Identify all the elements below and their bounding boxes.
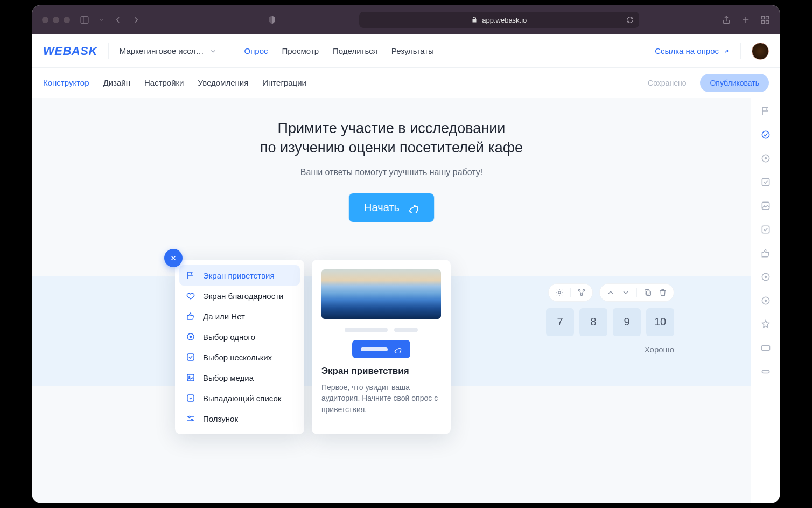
move-up-icon[interactable] [606,288,615,297]
chevron-down-icon[interactable] [98,17,104,23]
logic-icon[interactable] [577,288,586,297]
card-icon[interactable] [760,343,771,353]
subtab-integrations[interactable]: Интеграции [262,78,306,87]
nav-back-icon[interactable] [113,15,123,25]
flag-icon[interactable] [760,106,771,116]
scale-option-9[interactable]: 9 [613,308,641,336]
menu-item-thankyou[interactable]: Экран благодарности [179,286,300,306]
checkbox-icon[interactable] [760,177,771,187]
user-avatar[interactable] [752,43,769,60]
move-down-icon[interactable] [621,288,630,297]
tab-survey[interactable]: Опрос [244,46,268,55]
menu-item-label: Выбор нескольких [203,353,272,362]
duplicate-icon[interactable] [643,288,652,297]
tab-preview[interactable]: Просмотр [282,46,319,55]
divider [228,43,228,59]
radio2-icon[interactable] [760,272,771,282]
radio-icon[interactable] [760,153,771,164]
subtab-builder[interactable]: Конструктор [43,78,89,87]
canvas: Примите участие в исследовании по изучен… [32,98,751,503]
radio3-icon[interactable] [760,295,771,306]
address-bar[interactable]: app.webask.io [359,12,639,28]
slider-icon [186,414,195,423]
nav-forward-icon[interactable] [131,15,141,25]
start-button-label: Начать [364,201,400,214]
close-window-button[interactable] [42,17,48,23]
svg-rect-23 [762,178,769,185]
svg-rect-14 [187,354,194,360]
menu-item-multi[interactable]: Выбор нескольких [179,347,300,367]
shield-icon[interactable] [267,15,277,25]
dropdown-icon [186,393,195,403]
tabs-overview-icon[interactable] [760,15,770,25]
heart-icon [186,291,195,301]
svg-rect-11 [645,290,649,294]
rocket-icon [407,201,419,213]
target-icon[interactable] [760,129,771,140]
block-toolbar [548,283,674,302]
flag-icon [186,270,195,280]
scale-option-10[interactable]: 10 [646,308,674,336]
app-header: WEBASK Маркетинговое иссл… Опрос Просмот… [32,34,780,68]
preview-start-button [352,340,410,358]
menu-item-label: Выпадающий список [203,394,281,403]
svg-rect-17 [187,395,194,401]
gear-icon[interactable] [555,288,564,297]
reload-icon[interactable] [626,16,634,24]
tab-results[interactable]: Результаты [391,46,434,55]
menu-item-welcome[interactable]: Экран приветствия [179,265,300,286]
svg-rect-31 [762,371,769,373]
svg-point-19 [191,420,193,421]
project-name: Маркетинговое иссл… [120,46,204,55]
zoom-window-button[interactable] [64,17,70,23]
svg-point-27 [765,276,766,278]
scale-option-8[interactable]: 8 [579,308,607,336]
svg-rect-30 [761,346,769,350]
delete-icon[interactable] [659,288,667,297]
radio-icon [186,332,195,342]
image-icon[interactable] [760,200,771,211]
app-logo[interactable]: WEBASK [43,44,97,58]
menu-item-media[interactable]: Выбор медиа [179,367,300,388]
project-selector[interactable]: Маркетинговое иссл… [120,46,217,55]
star-icon[interactable] [760,319,771,330]
block-preview-card: Экран приветствия Первое, что увидит ваш… [312,260,451,434]
new-tab-icon[interactable] [741,15,751,25]
sidebar-toggle-icon[interactable] [80,15,89,25]
thumb-up-icon[interactable] [760,248,771,259]
publish-button[interactable]: Опубликовать [700,74,769,92]
subtab-notifications[interactable]: Уведомления [198,78,249,87]
checkbox-icon [186,352,195,362]
menu-item-slider[interactable]: Ползунок [179,408,300,429]
address-bar-wrap: app.webask.io [286,12,712,28]
menu-item-label: Экран благодарности [203,291,283,301]
svg-rect-25 [762,226,769,233]
close-popover-button[interactable] [164,249,183,267]
menu-item-label: Экран приветствия [203,271,275,280]
svg-rect-15 [187,374,194,381]
pill-icon[interactable] [760,366,771,377]
block-type-menu: Экран приветствия Экран благодарности Да… [175,260,304,434]
menu-item-yesno[interactable]: Да или Нет [179,306,300,326]
preview-description: Первое, что увидит ваша аудитория. Начни… [321,382,441,415]
save-status: Сохранено [648,79,686,87]
menu-item-dropdown[interactable]: Выпадающий список [179,388,300,408]
browser-titlebar: app.webask.io [32,5,780,34]
chevron-down-icon [209,47,217,55]
main-tabs: Опрос Просмотр Поделиться Результаты [244,46,434,55]
svg-point-18 [188,416,190,418]
toolbar-right-group [722,15,770,25]
menu-item-single[interactable]: Выбор одного [179,326,300,347]
image-icon [186,373,195,382]
subtab-settings[interactable]: Настройки [144,78,184,87]
start-button[interactable]: Начать [349,193,434,222]
scale-option-7[interactable]: 7 [546,308,574,336]
welcome-screen-block[interactable]: Примите участие в исследовании по изучен… [32,98,751,276]
share-icon[interactable] [722,15,731,25]
subtab-design[interactable]: Дизайн [103,78,130,87]
tab-share[interactable]: Поделиться [333,46,377,55]
svg-point-22 [765,158,766,159]
survey-link-button[interactable]: Ссылка на опрос [655,46,730,55]
minimize-window-button[interactable] [53,17,59,23]
checkbox2-icon[interactable] [760,224,771,235]
